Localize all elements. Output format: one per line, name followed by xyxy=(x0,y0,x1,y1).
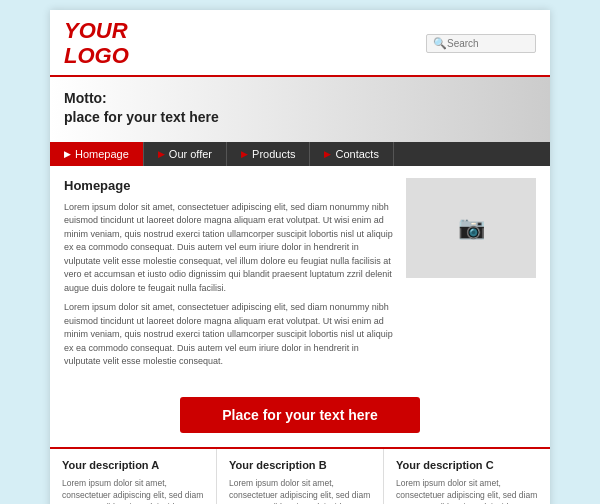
nav-label-our-offer: Our offer xyxy=(169,148,212,160)
cards-section: Your description A Lorem ipsum dolor sit… xyxy=(50,447,550,504)
hero-motto-line1: Motto: xyxy=(64,90,107,106)
card-a-text: Lorem ipsum dolor sit amet, consectetuer… xyxy=(62,477,204,504)
main-content: Homepage Lorem ipsum dolor sit amet, con… xyxy=(50,166,550,387)
nav-label-homepage: Homepage xyxy=(75,148,129,160)
search-box[interactable]: 🔍 xyxy=(426,34,536,53)
page-wrapper: YOUR LOGO 🔍 Motto: place for your text h… xyxy=(50,10,550,504)
main-paragraph-2: Lorem ipsum dolor sit amet, consectetuer… xyxy=(64,301,394,369)
nav-label-products: Products xyxy=(252,148,295,160)
card-c-text: Lorem ipsum dolor sit amet, consectetuer… xyxy=(396,477,538,504)
content-text: Homepage Lorem ipsum dolor sit amet, con… xyxy=(64,178,394,375)
nav-item-homepage[interactable]: ▶ Homepage xyxy=(50,142,144,166)
card-b-text: Lorem ipsum dolor sit amet, consectetuer… xyxy=(229,477,371,504)
nav-arrow-our-offer: ▶ xyxy=(158,149,165,159)
card-c: Your description C Lorem ipsum dolor sit… xyxy=(384,449,550,504)
nav-arrow-products: ▶ xyxy=(241,149,248,159)
cta-section: Place for your text here xyxy=(50,387,550,447)
header: YOUR LOGO 🔍 xyxy=(50,10,550,77)
main-paragraph-1: Lorem ipsum dolor sit amet, consectetuer… xyxy=(64,201,394,296)
hero-motto: Motto: place for your text here xyxy=(64,89,536,128)
nav-label-contacts: Contacts xyxy=(335,148,378,160)
search-input[interactable] xyxy=(447,38,532,49)
camera-icon: 📷 xyxy=(458,215,485,241)
nav-item-contacts[interactable]: ▶ Contacts xyxy=(310,142,393,166)
logo-line2: LOGO xyxy=(64,43,129,68)
nav-arrow-homepage: ▶ xyxy=(64,149,71,159)
card-c-title: Your description C xyxy=(396,459,538,471)
main-heading: Homepage xyxy=(64,178,394,193)
cta-button[interactable]: Place for your text here xyxy=(180,397,420,433)
image-placeholder: 📷 xyxy=(406,178,536,278)
nav-bar: ▶ Homepage ▶ Our offer ▶ Products ▶ Cont… xyxy=(50,142,550,166)
nav-item-our-offer[interactable]: ▶ Our offer xyxy=(144,142,227,166)
logo: YOUR LOGO xyxy=(64,18,129,69)
nav-arrow-contacts: ▶ xyxy=(324,149,331,159)
logo-line1: YOUR xyxy=(64,18,128,43)
search-icon: 🔍 xyxy=(433,37,447,50)
card-b-title: Your description B xyxy=(229,459,371,471)
card-a-title: Your description A xyxy=(62,459,204,471)
hero-motto-line2: place for your text here xyxy=(64,109,219,125)
card-b: Your description B Lorem ipsum dolor sit… xyxy=(217,449,384,504)
hero-banner: Motto: place for your text here xyxy=(50,77,550,142)
nav-item-products[interactable]: ▶ Products xyxy=(227,142,310,166)
card-a: Your description A Lorem ipsum dolor sit… xyxy=(50,449,217,504)
